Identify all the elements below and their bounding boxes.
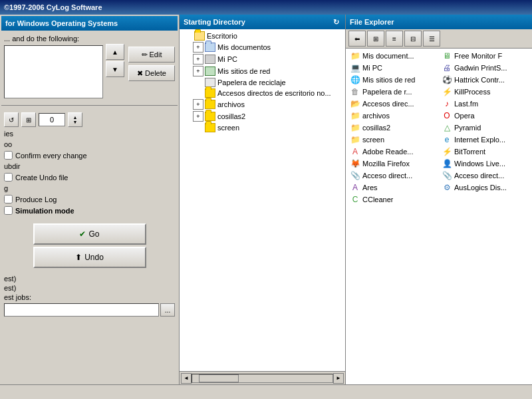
file-item[interactable]: 🗑Papelera de r... (347, 86, 439, 98)
file-item[interactable]: 🦊Mozilla Firefox (347, 158, 439, 170)
file-item[interactable]: 📁Mis document... (347, 50, 439, 62)
file-item[interactable]: 📁screen (347, 134, 439, 146)
confirm-change-checkbox[interactable] (4, 151, 13, 160)
spinner-row: ↺ ⊞ ▲▼ (4, 111, 175, 128)
folder-icon (205, 88, 215, 98)
edit-button[interactable]: ✏ Edit (128, 47, 175, 63)
folder-icon (205, 123, 215, 132)
file-item[interactable]: △Pyramid (439, 122, 531, 134)
folder-open-icon (194, 31, 205, 41)
file-item-icon: ♪ (442, 98, 452, 109)
file-item-label: Adobe Reade... (362, 148, 413, 156)
best-jobs-input[interactable] (4, 303, 159, 317)
produce-log-label: Produce Log (15, 196, 57, 203)
tree-item-label: Papelera de reciclaje (217, 78, 286, 86)
simulation-mode-row: Simulation mode (4, 205, 175, 216)
file-item[interactable]: 👤Windows Live... (439, 158, 531, 170)
file-item[interactable]: 📁cosillas2 (347, 122, 439, 134)
create-undo-label: Create Undo file (15, 174, 68, 182)
file-item-label: Mis sitios de red (362, 76, 415, 84)
file-item[interactable]: 💻Mi PC (347, 62, 439, 74)
move-up-button[interactable] (106, 44, 124, 60)
file-item[interactable]: 📎Acceso direct... (439, 170, 531, 182)
file-item[interactable]: ⚙AusLogics Dis... (439, 182, 531, 194)
go-button[interactable]: ✔ Go (33, 223, 146, 245)
left-panel-header: for Windows Operating Systems (1, 16, 178, 31)
tree-item-label: Escritorio (207, 32, 237, 40)
hscrollbar-track[interactable] (192, 374, 333, 383)
tree-item-label: Accesos directos de escritorio no... (217, 89, 331, 97)
tree-expander[interactable]: + (193, 54, 203, 65)
tree-item[interactable]: screen (181, 122, 344, 133)
tree-item[interactable]: +Mi PC (181, 53, 344, 65)
move-down-button[interactable] (106, 61, 124, 77)
toolbar-view4-button[interactable]: ☰ (423, 31, 440, 47)
delete-icon: ✖ (137, 69, 143, 78)
tree-view[interactable]: Escritorio+Mis documentos+Mi PC+Mis siti… (180, 29, 345, 371)
produce-log-checkbox[interactable] (4, 195, 13, 203)
file-item[interactable]: 🌐Mis sitios de red (347, 74, 439, 86)
file-item[interactable]: 📂Accesos direc... (347, 98, 439, 110)
right-panel-header: File Explorer (346, 15, 532, 29)
dots-button[interactable]: ... (160, 303, 175, 317)
file-item[interactable]: eInternet Explo... (439, 134, 531, 146)
tree-item[interactable]: +Mis sitios de red (181, 65, 344, 77)
file-item[interactable]: 🖨Gadwin PrintS... (439, 62, 531, 74)
tree-expander[interactable]: + (193, 66, 203, 76)
tree-item[interactable]: Accesos directos de escritorio no... (181, 88, 344, 98)
spinner-up-btn[interactable]: ▲▼ (68, 112, 82, 127)
tree-expander[interactable]: + (193, 111, 203, 122)
file-item[interactable]: 📎Acceso direct... (347, 170, 439, 182)
file-item[interactable]: ⚽Hattrick Contr... (439, 74, 531, 86)
file-item[interactable]: ⚡KillProcess (439, 86, 531, 98)
file-item[interactable]: CCCleaner (347, 194, 439, 205)
toolbar-view2-button[interactable]: ≡ (386, 31, 403, 47)
scroll-left-button[interactable] (181, 373, 192, 384)
file-item-label: Accesos direc... (362, 100, 414, 108)
file-item[interactable]: 🖥Free Monitor F (439, 50, 531, 62)
scroll-right-button[interactable] (333, 373, 344, 384)
computer-icon (205, 55, 215, 64)
file-item[interactable]: AAres (347, 182, 439, 194)
tree-item[interactable]: +archivos (181, 98, 344, 110)
tree-expander[interactable]: + (193, 99, 203, 110)
action-text-area[interactable] (4, 45, 103, 98)
file-item-icon: ⚡ (442, 146, 452, 157)
tree-item-label: Mis sitios de red (217, 67, 270, 75)
tree-item[interactable]: +Mis documentos (181, 41, 344, 53)
tree-item-label: Mi PC (217, 55, 237, 63)
file-item[interactable]: 📁archivos (347, 110, 439, 122)
tree-item[interactable]: +cosillas2 (181, 110, 344, 122)
file-item-label: Acceso direct... (362, 172, 412, 180)
tree-item[interactable]: Escritorio (181, 31, 344, 41)
file-item-icon: A (350, 146, 360, 157)
file-item-icon: C (350, 194, 360, 205)
toolbar-view1-button[interactable]: ⊞ (367, 31, 384, 47)
file-explorer-toolbar: ⬅ ⊞ ≡ ⊟ ☰ (346, 29, 532, 49)
spinner-input[interactable] (39, 113, 65, 126)
file-item-label: Papelera de r... (362, 88, 412, 96)
toolbar-back-button[interactable]: ⬅ (348, 31, 366, 47)
file-item[interactable]: ⚡BitTorrent (439, 146, 531, 158)
file-item-label: Mi PC (362, 64, 382, 72)
edit-delete-col: ✏ Edit ✖ Delete (128, 47, 175, 81)
refresh-icon[interactable]: ↻ (331, 17, 341, 27)
tree-expander[interactable]: + (193, 42, 203, 53)
toolbar-view3-button[interactable]: ⊟ (404, 31, 422, 47)
delete-button[interactable]: ✖ Delete (128, 65, 175, 81)
file-item[interactable]: AAdobe Reade... (347, 146, 439, 158)
label-oo: oo (4, 139, 175, 150)
simulation-mode-checkbox[interactable] (4, 206, 13, 215)
file-item[interactable]: ♪Last.fm (439, 98, 531, 110)
file-item[interactable]: OOpera (439, 110, 531, 122)
file-item-label: Free Monitor F (454, 52, 502, 60)
main-container: for Windows Operating Systems ... and do… (0, 15, 532, 384)
spinner-icon-btn2[interactable]: ⊞ (21, 112, 36, 127)
undo-button[interactable]: ⬆ Undo (33, 247, 146, 268)
tree-item-label: archivos (217, 100, 245, 108)
file-item-icon: ⚙ (442, 182, 452, 193)
right-panel: File Explorer ⬅ ⊞ ≡ ⊟ ☰ 📁Mis document...… (346, 15, 532, 384)
create-undo-checkbox[interactable] (4, 173, 13, 182)
file-item-icon: 📁 (350, 134, 360, 145)
spinner-icon-btn1[interactable]: ↺ (4, 112, 19, 127)
